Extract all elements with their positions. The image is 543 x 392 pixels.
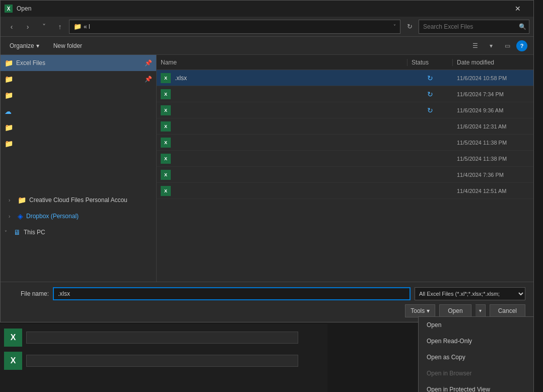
sidebar-item-label-dropbox: Dropbox (Personal)	[26, 213, 152, 220]
close-button[interactable]: ✕	[506, 1, 529, 17]
sidebar-item-label-this-pc: This PC	[24, 229, 152, 236]
organize-button[interactable]: Organize ▾	[7, 40, 42, 51]
file-row-3[interactable]: X↻11/6/2024 9:36 AM	[157, 102, 533, 118]
sidebar-item-folder2[interactable]: 📁	[1, 87, 156, 103]
file-cell-name-6: X	[157, 154, 408, 164]
menu-item-open[interactable]: Open	[419, 317, 533, 333]
file-cell-name-3: X	[157, 105, 408, 115]
filename-input[interactable]	[53, 287, 411, 300]
organize-label: Organize	[10, 42, 34, 49]
sidebar-item-excel-files[interactable]: 📁 Excel Files 📌	[1, 55, 156, 71]
sidebar-item-creative-cloud[interactable]: › 📁 Creative Cloud Files Personal Accou	[1, 192, 156, 208]
help-button[interactable]: ?	[516, 40, 527, 51]
sidebar-folder-icon-cc: 📁	[18, 196, 26, 204]
up-button[interactable]: ↑	[53, 20, 67, 34]
search-input[interactable]	[419, 20, 529, 34]
file-cell-date-3: 11/6/2024 9:36 AM	[453, 107, 533, 113]
file-cell-date-7: 11/4/2024 7:36 PM	[453, 172, 533, 178]
background-excel-area: X X	[0, 324, 327, 392]
address-chevron-icon: ˅	[393, 24, 396, 29]
tools-button[interactable]: Tools ▾	[405, 304, 435, 317]
filetype-select[interactable]: All Excel Files (*.xl*;*.xlsx;*.xlsm;	[415, 287, 525, 300]
sync-icon-1: ↻	[427, 74, 433, 82]
sidebar-item-folder3[interactable]: ☁	[1, 103, 156, 119]
expand-icon-this-pc: ˅	[5, 230, 11, 235]
file-cell-date-2: 11/6/2024 7:34 PM	[453, 91, 533, 97]
file-row-6[interactable]: X11/5/2024 11:38 PM	[157, 151, 533, 167]
view-button[interactable]: ☰	[468, 39, 482, 53]
sidebar-folder-icon-4: 📁	[5, 123, 13, 132]
excel-file-icon-7: X	[161, 170, 171, 180]
sync-icon-3: ↻	[427, 106, 433, 114]
file-row-5[interactable]: X11/5/2024 11:38 PM	[157, 135, 533, 151]
menu-item-open-copy[interactable]: Open as Copy	[419, 349, 533, 365]
excel-file-icon-8: X	[161, 186, 171, 196]
search-icon: 🔍	[519, 23, 526, 30]
refresh-button[interactable]: ↻	[402, 20, 417, 34]
col-header-name[interactable]: Name	[157, 59, 408, 66]
file-cell-date-4: 11/6/2024 12:31 AM	[453, 123, 533, 129]
forward-button[interactable]: ›	[21, 20, 35, 34]
file-cell-date-6: 11/5/2024 11:38 PM	[453, 156, 533, 162]
sync-icon-2: ↻	[427, 90, 433, 98]
sidebar-pin-icon: 📌	[145, 59, 152, 67]
col-header-status[interactable]: Status	[408, 59, 453, 66]
file-row-1[interactable]: X.xlsx↻11/6/2024 10:58 PM	[157, 70, 533, 86]
file-cell-status-2: ↻	[408, 90, 453, 98]
excel-file-icon-2: X	[161, 89, 171, 99]
bg-file-1: X	[4, 328, 323, 347]
down-button[interactable]: ˅	[37, 20, 51, 34]
file-cell-name-2: X	[157, 89, 408, 99]
bg-file-bar-2	[26, 355, 298, 367]
file-cell-status-3: ↻	[408, 106, 453, 114]
bg-excel-icon-1: X	[4, 329, 22, 347]
search-wrapper: 🔍	[419, 20, 529, 34]
file-cell-name-1: X.xlsx	[157, 73, 408, 83]
nav-bar: ‹ › ˅ ↑ 📁 « l ˅ ↻ 🔍	[1, 17, 533, 37]
title-bar-left: X Open	[5, 5, 31, 13]
sidebar-item-dropbox[interactable]: › ◈ Dropbox (Personal)	[1, 208, 156, 224]
this-pc-icon: 🖥	[14, 228, 21, 236]
sidebar-item-label-excel-files: Excel Files	[16, 59, 142, 67]
file-list-area: Name Status Date modified X.xlsx↻11/6/20…	[157, 55, 533, 282]
sidebar-folder-icon-2: 📁	[5, 91, 13, 99]
excel-file-icon-3: X	[161, 105, 171, 115]
actions-row: Tools ▾ Open ▾ Cancel	[9, 304, 525, 317]
pane-button[interactable]: ▭	[500, 39, 514, 53]
view-chevron-button[interactable]: ▾	[484, 39, 498, 53]
filename-row: File name: All Excel Files (*.xl*;*.xlsx…	[9, 287, 525, 300]
sidebar-item-folder4[interactable]: 📁	[1, 119, 156, 136]
file-row-7[interactable]: X11/4/2024 7:36 PM	[157, 167, 533, 183]
sidebar-item-folder5[interactable]: 📁	[1, 136, 156, 152]
file-row-4[interactable]: X11/6/2024 12:31 AM	[157, 118, 533, 135]
cancel-button[interactable]: Cancel	[490, 304, 525, 317]
file-cell-name-5: X	[157, 138, 408, 148]
open-dropdown-button[interactable]: ▾	[476, 304, 486, 317]
menu-item-open-protected[interactable]: Open in Protected View	[419, 381, 533, 392]
expand-icon-dropbox: ›	[9, 214, 15, 219]
tools-chevron-icon: ▾	[427, 307, 430, 314]
file-cell-name-4: X	[157, 121, 408, 132]
file-row-2[interactable]: X↻11/6/2024 7:34 PM	[157, 86, 533, 102]
address-text: « l	[84, 23, 90, 30]
col-header-date[interactable]: Date modified	[453, 59, 533, 66]
new-folder-label: New folder	[53, 42, 82, 49]
menu-item-open-readonly[interactable]: Open Read-Only	[419, 333, 533, 349]
dialog-title: Open	[17, 5, 31, 12]
sidebar-item-label-cc: Creative Cloud Files Personal Accou	[29, 197, 152, 204]
file-cell-date-8: 11/4/2024 12:51 AM	[453, 188, 533, 194]
sidebar-pin-icon-1: 📌	[145, 76, 152, 83]
excel-file-icon-1: X	[161, 73, 171, 83]
new-folder-button[interactable]: New folder	[50, 40, 85, 51]
bg-file-2: X	[4, 351, 323, 370]
address-bar[interactable]: 📁 « l ˅	[69, 20, 400, 34]
sidebar-item-folder1[interactable]: 📁 📌	[1, 71, 156, 87]
file-cell-date-1: 11/6/2024 10:58 PM	[453, 75, 533, 81]
sidebar-item-this-pc[interactable]: ˅ 🖥 This PC	[1, 224, 156, 240]
back-button[interactable]: ‹	[5, 20, 19, 34]
open-button[interactable]: Open	[439, 304, 471, 317]
open-dropdown-menu: OpenOpen Read-OnlyOpen as CopyOpen in Br…	[418, 316, 534, 392]
expand-icon-creative-cloud: ›	[9, 198, 15, 203]
file-cell-date-5: 11/5/2024 11:38 PM	[453, 140, 533, 146]
file-row-8[interactable]: X11/4/2024 12:51 AM	[157, 183, 533, 199]
